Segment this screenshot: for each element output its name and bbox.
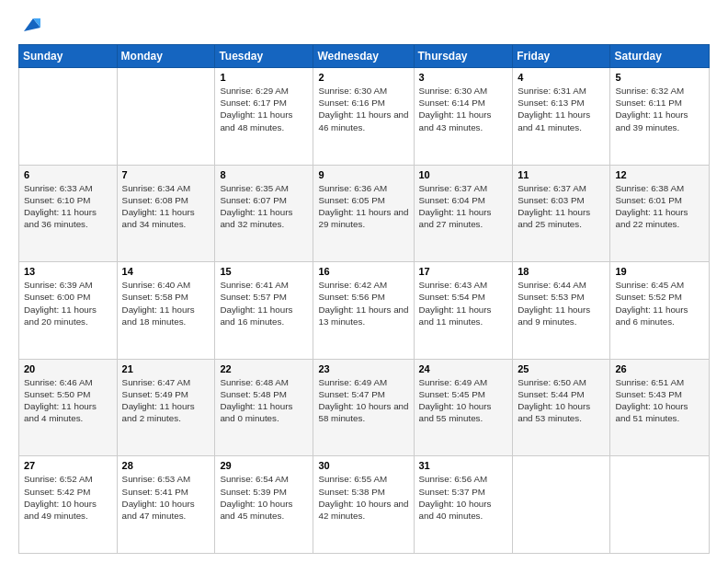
sunset-label: Sunset: 6:11 PM (615, 98, 681, 108)
daylight-label: Daylight: 11 hours and 36 minutes. (24, 207, 97, 229)
day-number: 10 (419, 169, 508, 180)
calendar-cell: 14Sunrise: 6:40 AMSunset: 5:58 PMDayligh… (117, 262, 215, 360)
sunset-label: Sunset: 5:58 PM (122, 292, 188, 302)
day-info: Sunrise: 6:51 AMSunset: 5:43 PMDaylight:… (615, 376, 704, 425)
calendar-cell: 28Sunrise: 6:53 AMSunset: 5:41 PMDayligh… (117, 456, 215, 554)
sunset-label: Sunset: 5:56 PM (318, 292, 384, 302)
day-number: 14 (122, 266, 210, 277)
calendar-cell: 10Sunrise: 6:37 AMSunset: 6:04 PMDayligh… (414, 165, 513, 262)
daylight-label: Daylight: 10 hours and 40 minutes. (419, 499, 492, 521)
day-number: 11 (518, 169, 605, 180)
sunrise-label: Sunrise: 6:53 AM (122, 474, 191, 484)
day-info: Sunrise: 6:53 AMSunset: 5:41 PMDaylight:… (122, 473, 210, 522)
sunset-label: Sunset: 5:44 PM (518, 389, 584, 399)
daylight-label: Daylight: 11 hours and 34 minutes. (122, 207, 195, 229)
daylight-label: Daylight: 11 hours and 29 minutes. (318, 207, 408, 229)
daylight-label: Daylight: 11 hours and 32 minutes. (220, 207, 292, 229)
calendar-cell (19, 68, 118, 166)
day-info: Sunrise: 6:43 AMSunset: 5:54 PMDaylight:… (419, 279, 508, 327)
day-info: Sunrise: 6:38 AMSunset: 6:01 PMDaylight:… (615, 182, 704, 231)
day-info: Sunrise: 6:44 AMSunset: 5:53 PMDaylight:… (518, 279, 605, 327)
page: SundayMondayTuesdayWednesdayThursdayFrid… (0, 0, 728, 563)
sunrise-label: Sunrise: 6:39 AM (24, 280, 93, 290)
daylight-label: Daylight: 11 hours and 11 minutes. (419, 304, 492, 327)
daylight-label: Daylight: 11 hours and 39 minutes. (615, 109, 688, 132)
calendar-cell (610, 456, 710, 554)
day-number: 15 (220, 266, 308, 277)
day-number: 7 (122, 169, 210, 180)
weekday-header-tuesday: Tuesday (215, 45, 313, 68)
sunset-label: Sunset: 6:08 PM (122, 195, 188, 205)
day-info: Sunrise: 6:49 AMSunset: 5:45 PMDaylight:… (419, 376, 508, 425)
sunrise-label: Sunrise: 6:46 AM (24, 377, 93, 387)
weekday-header-row: SundayMondayTuesdayWednesdayThursdayFrid… (19, 45, 710, 68)
day-info: Sunrise: 6:48 AMSunset: 5:48 PMDaylight:… (220, 376, 308, 425)
calendar-cell: 2Sunrise: 6:30 AMSunset: 6:16 PMDaylight… (313, 68, 414, 166)
sunrise-label: Sunrise: 6:42 AM (318, 280, 387, 290)
day-number: 13 (24, 266, 112, 277)
sunrise-label: Sunrise: 6:52 AM (24, 474, 93, 484)
daylight-label: Daylight: 10 hours and 47 minutes. (122, 499, 195, 521)
day-number: 6 (24, 169, 112, 180)
daylight-label: Daylight: 11 hours and 6 minutes. (615, 304, 688, 327)
calendar-cell: 9Sunrise: 6:36 AMSunset: 6:05 PMDaylight… (313, 165, 414, 262)
day-number: 22 (220, 363, 308, 374)
sunrise-label: Sunrise: 6:45 AM (615, 280, 684, 290)
sunset-label: Sunset: 6:01 PM (615, 195, 681, 205)
day-number: 4 (518, 72, 605, 83)
sunset-label: Sunset: 6:07 PM (220, 195, 286, 205)
calendar-cell: 26Sunrise: 6:51 AMSunset: 5:43 PMDayligh… (610, 359, 710, 456)
daylight-label: Daylight: 10 hours and 49 minutes. (24, 499, 97, 521)
day-number: 12 (615, 169, 704, 180)
daylight-label: Daylight: 11 hours and 16 minutes. (220, 304, 292, 327)
day-number: 16 (318, 266, 408, 277)
calendar-cell: 4Sunrise: 6:31 AMSunset: 6:13 PMDaylight… (513, 68, 610, 166)
sunset-label: Sunset: 6:05 PM (318, 195, 384, 205)
daylight-label: Daylight: 11 hours and 18 minutes. (122, 304, 195, 327)
sunset-label: Sunset: 5:42 PM (24, 487, 90, 497)
weekday-header-monday: Monday (117, 45, 215, 68)
day-info: Sunrise: 6:32 AMSunset: 6:11 PMDaylight:… (615, 85, 704, 133)
day-info: Sunrise: 6:33 AMSunset: 6:10 PMDaylight:… (24, 182, 112, 231)
sunrise-label: Sunrise: 6:37 AM (419, 183, 488, 193)
weekday-header-wednesday: Wednesday (313, 45, 414, 68)
day-info: Sunrise: 6:41 AMSunset: 5:57 PMDaylight:… (220, 279, 308, 327)
sunset-label: Sunset: 5:45 PM (419, 389, 485, 399)
sunset-label: Sunset: 5:48 PM (220, 389, 286, 399)
logo (18, 15, 40, 35)
weekday-header-sunday: Sunday (19, 45, 118, 68)
day-info: Sunrise: 6:30 AMSunset: 6:16 PMDaylight:… (318, 85, 408, 133)
day-number: 31 (419, 460, 508, 471)
sunrise-label: Sunrise: 6:30 AM (419, 86, 488, 96)
sunrise-label: Sunrise: 6:29 AM (220, 86, 289, 96)
calendar-cell: 15Sunrise: 6:41 AMSunset: 5:57 PMDayligh… (215, 262, 313, 360)
day-info: Sunrise: 6:54 AMSunset: 5:39 PMDaylight:… (220, 473, 308, 522)
weekday-header-thursday: Thursday (414, 45, 513, 68)
sunset-label: Sunset: 6:10 PM (24, 195, 90, 205)
calendar-cell: 7Sunrise: 6:34 AMSunset: 6:08 PMDaylight… (117, 165, 215, 262)
sunset-label: Sunset: 5:53 PM (518, 292, 584, 302)
sunrise-label: Sunrise: 6:30 AM (318, 86, 387, 96)
daylight-label: Daylight: 10 hours and 51 minutes. (615, 401, 688, 423)
day-number: 26 (615, 363, 704, 374)
day-info: Sunrise: 6:39 AMSunset: 6:00 PMDaylight:… (24, 279, 112, 327)
calendar-cell: 21Sunrise: 6:47 AMSunset: 5:49 PMDayligh… (117, 359, 215, 456)
day-number: 23 (318, 363, 408, 374)
daylight-label: Daylight: 11 hours and 41 minutes. (518, 109, 590, 132)
calendar-cell: 29Sunrise: 6:54 AMSunset: 5:39 PMDayligh… (215, 456, 313, 554)
daylight-label: Daylight: 10 hours and 58 minutes. (318, 401, 408, 423)
sunrise-label: Sunrise: 6:34 AM (122, 183, 191, 193)
sunset-label: Sunset: 6:04 PM (419, 195, 485, 205)
daylight-label: Daylight: 11 hours and 9 minutes. (518, 304, 590, 327)
day-info: Sunrise: 6:52 AMSunset: 5:42 PMDaylight:… (24, 473, 112, 522)
sunrise-label: Sunrise: 6:43 AM (419, 280, 488, 290)
sunset-label: Sunset: 5:49 PM (122, 389, 188, 399)
calendar-week-5: 27Sunrise: 6:52 AMSunset: 5:42 PMDayligh… (19, 456, 710, 554)
day-info: Sunrise: 6:35 AMSunset: 6:07 PMDaylight:… (220, 182, 308, 231)
logo-icon (20, 15, 40, 35)
day-info: Sunrise: 6:36 AMSunset: 6:05 PMDaylight:… (318, 182, 408, 231)
sunrise-label: Sunrise: 6:50 AM (518, 377, 586, 387)
sunrise-label: Sunrise: 6:49 AM (419, 377, 488, 387)
day-info: Sunrise: 6:29 AMSunset: 6:17 PMDaylight:… (220, 85, 308, 133)
sunset-label: Sunset: 6:16 PM (318, 98, 384, 108)
